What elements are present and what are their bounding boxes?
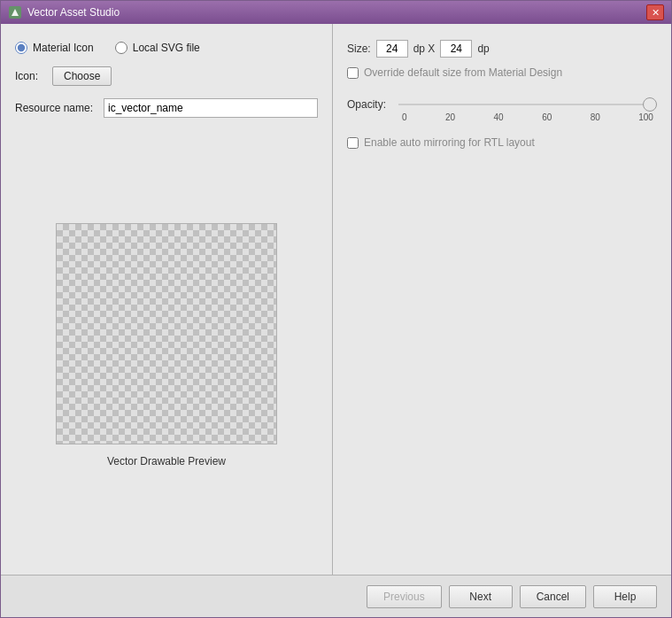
preview-area: Vector Drawable Preview (15, 130, 318, 560)
auto-mirror-row: Enable auto mirroring for RTL layout (347, 136, 657, 149)
opacity-slider[interactable] (398, 97, 657, 112)
resource-name-input[interactable] (104, 98, 318, 118)
preview-label: Vector Drawable Preview (107, 455, 226, 467)
opacity-slider-container: 0 20 40 60 80 100 (398, 97, 657, 122)
radio-material-input[interactable] (15, 42, 27, 54)
size-separator: dp X (413, 42, 436, 55)
opacity-label: Opacity: (347, 97, 391, 111)
auto-mirror-checkbox[interactable] (347, 137, 359, 149)
tick-20: 20 (445, 112, 455, 122)
choose-button[interactable]: Choose (52, 66, 112, 86)
next-button[interactable]: Next (449, 585, 513, 608)
title-bar: Vector Asset Studio ✕ (1, 1, 671, 24)
radio-svg-input[interactable] (115, 42, 127, 54)
main-window: Vector Asset Studio ✕ Material Icon Loca… (0, 0, 672, 618)
size-unit: dp (477, 42, 489, 55)
app-icon (8, 5, 22, 19)
auto-mirror-label: Enable auto mirroring for RTL layout (364, 136, 535, 149)
size-width-input[interactable] (376, 40, 408, 58)
radio-row: Material Icon Local SVG file (15, 38, 318, 54)
icon-label: Icon: (15, 70, 43, 82)
checker-board (56, 223, 277, 444)
override-label: Override default size from Material Desi… (364, 66, 562, 79)
left-panel: Material Icon Local SVG file Icon: Choos… (1, 24, 333, 575)
tick-60: 60 (542, 112, 552, 122)
resource-row: Resource name: (15, 98, 318, 118)
icon-row: Icon: Choose (15, 66, 318, 86)
previous-button[interactable]: Previous (367, 585, 442, 608)
right-panel-inner: Size: dp X dp Override default size from… (347, 35, 657, 149)
size-label: Size: (347, 42, 371, 55)
close-button[interactable]: ✕ (646, 4, 664, 20)
tick-100: 100 (638, 112, 653, 122)
override-checkbox[interactable] (347, 67, 359, 79)
bottom-bar: Previous Next Cancel Help (1, 575, 671, 617)
size-height-input[interactable] (440, 40, 472, 58)
cancel-button[interactable]: Cancel (520, 585, 586, 608)
right-panel: Size: dp X dp Override default size from… (333, 24, 671, 575)
help-button[interactable]: Help (593, 585, 657, 608)
tick-0: 0 (402, 112, 407, 122)
radio-material-label: Material Icon (33, 42, 94, 54)
window-content: Material Icon Local SVG file Icon: Choos… (1, 24, 671, 575)
tick-80: 80 (591, 112, 600, 122)
title-bar-left: Vector Asset Studio (8, 5, 120, 19)
tick-40: 40 (494, 112, 504, 122)
opacity-wrapper: Opacity: 0 20 40 60 80 100 (347, 97, 657, 122)
override-row: Override default size from Material Desi… (347, 66, 657, 79)
radio-svg[interactable]: Local SVG file (115, 42, 200, 54)
window-title: Vector Asset Studio (27, 6, 120, 19)
resource-name-label: Resource name: (15, 102, 95, 114)
radio-material[interactable]: Material Icon (15, 42, 94, 54)
radio-svg-label: Local SVG file (133, 42, 200, 54)
size-row: Size: dp X dp (347, 38, 657, 58)
slider-ticks: 0 20 40 60 80 100 (398, 112, 657, 122)
